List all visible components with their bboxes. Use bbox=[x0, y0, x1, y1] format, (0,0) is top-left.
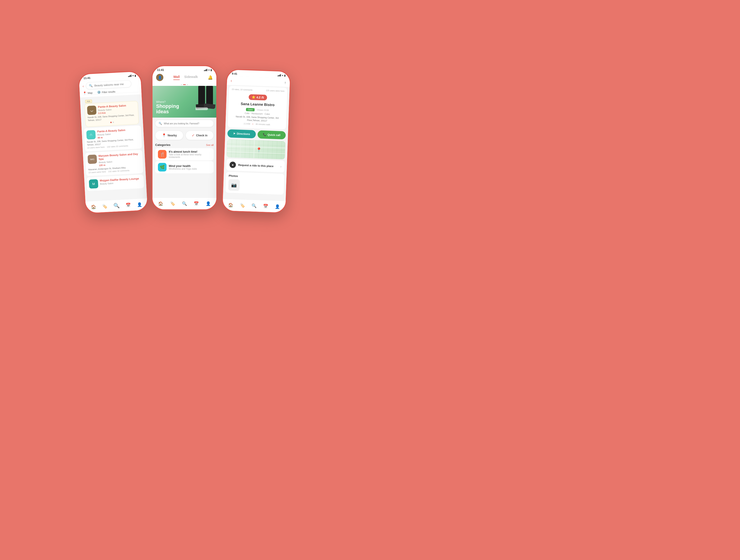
map-label: Map bbox=[88, 91, 93, 94]
category-item-1[interactable]: 🌿 Mind your health Mindfulness and Yoga … bbox=[155, 161, 214, 173]
rates-text: 23 rates, 10 comments bbox=[232, 88, 253, 91]
status-icons-center: ⌖ ▮ bbox=[204, 69, 212, 72]
status-icons-left: ⌖ ▮ bbox=[128, 74, 136, 78]
photos-section: Photos 📷 bbox=[225, 172, 284, 195]
checkin-label: Check in bbox=[196, 134, 207, 137]
bottom-nav-right: 🏠 🏷️ 🔍 📅 👤 bbox=[223, 199, 286, 208]
ad-result-card[interactable]: پ Pante-A Beauty Salon Beauty Salon 2.3 … bbox=[84, 101, 139, 127]
svg-line-2 bbox=[240, 140, 241, 158]
wall-search-box[interactable]: 🔍 bbox=[155, 120, 214, 127]
directions-button[interactable]: ➤ Directions bbox=[227, 129, 256, 138]
user-avatar[interactable]: 👤 bbox=[156, 74, 163, 81]
call-label: Quick call bbox=[267, 133, 280, 137]
checkin-button[interactable]: ✓ Check in bbox=[186, 131, 214, 140]
map-button[interactable]: 📍 Map bbox=[83, 91, 93, 95]
cat-sub-0: Take a look at these best nearby restaur… bbox=[169, 153, 211, 158]
closes-text: Closes 23:00 bbox=[257, 109, 269, 111]
nav-home-left[interactable]: 🏠 bbox=[91, 204, 96, 208]
tab-wall[interactable]: Wall bbox=[173, 75, 180, 80]
phone-left: 11:41 ⌖ ▮ ‹ 🔍 bbox=[78, 71, 149, 214]
share-button[interactable]: ↑ bbox=[284, 81, 286, 85]
phones-container: 11:41 ⌖ ▮ ‹ 🔍 bbox=[0, 0, 370, 280]
map-pin: 📍 bbox=[256, 147, 262, 153]
nav-calendar-left[interactable]: 📅 bbox=[125, 202, 131, 208]
cat-text-0: It's almost lunch time! Take a look at t… bbox=[169, 150, 211, 158]
categories-header: Categories See all bbox=[153, 142, 216, 148]
nav-calendar-center[interactable]: 📅 bbox=[194, 201, 199, 204]
see-all-button[interactable]: See all bbox=[206, 144, 214, 146]
ad-result-info: Pante-A Beauty Salon Beauty Salon 2.3 Km bbox=[98, 103, 136, 115]
wall-search-input[interactable] bbox=[164, 122, 210, 125]
rating-value: 4.2 bbox=[256, 96, 261, 99]
result-info-1: Pante-A Beauty Salon Beauty Salon 48 m bbox=[97, 128, 140, 139]
search-input-left[interactable] bbox=[94, 82, 128, 87]
call-button[interactable]: 📞 Quick call bbox=[257, 130, 286, 139]
notification-icon[interactable]: 🔔 bbox=[208, 75, 213, 80]
filter-icon: ⚙️ bbox=[97, 91, 101, 94]
search-screen: ‹ 🔍 📍 Map ⚙️ Filter results bbox=[79, 78, 147, 208]
nav-bookmark-right[interactable]: 🏷️ bbox=[240, 203, 245, 208]
filter-label: Filter results bbox=[102, 90, 115, 94]
category-item-0[interactable]: 🍴 It's almost lunch time! Take a look at… bbox=[155, 148, 214, 160]
signal-icon-center bbox=[204, 69, 207, 71]
nav-search-center[interactable]: 🔍 bbox=[182, 201, 187, 204]
ad-logo: پ bbox=[87, 106, 97, 115]
open-status-row: Open Closes 23:00 bbox=[231, 106, 284, 112]
battery-icon-right: ▮ bbox=[284, 74, 285, 77]
nav-home-center[interactable]: 🏠 bbox=[158, 201, 163, 204]
photo-placeholder: 📷 bbox=[228, 179, 240, 191]
wall-screen: 👤 Wall Sidewalk 🔔 bbox=[153, 73, 216, 204]
map-icon: 📍 bbox=[83, 91, 87, 95]
result-info-2: Maryam Beauty Salon and Day Spa Beauty S… bbox=[98, 152, 141, 167]
search-bar[interactable]: 🔍 bbox=[86, 80, 131, 89]
open-badge: Open bbox=[246, 108, 255, 111]
wall-tabs: Wall Sidewalk bbox=[173, 75, 198, 80]
result-card-2[interactable]: IMG Maryam Beauty Salon and Day Spa Beau… bbox=[85, 150, 144, 176]
time-right: 9:41 bbox=[232, 72, 238, 76]
result-card-3[interactable]: M Mojgan Dadfar Beauty Lounge Beauty Sal… bbox=[87, 175, 144, 191]
nearby-button[interactable]: 📍 Nearby bbox=[155, 131, 183, 140]
indicator-dot-1 bbox=[181, 84, 182, 85]
back-button-left[interactable]: ‹ bbox=[83, 84, 84, 88]
phone-center: 11:41 ⌖ ▮ 👤 Wall Sidewalk 🔔 bbox=[152, 65, 217, 210]
status-bar-center: 11:41 ⌖ ▮ bbox=[153, 66, 216, 73]
nav-calendar-right[interactable]: 📅 bbox=[263, 204, 268, 208]
result-logo-2: IMG bbox=[87, 155, 97, 164]
ride-request-label: Request a ride to this place bbox=[238, 163, 278, 168]
back-button-right[interactable]: ‹ bbox=[230, 78, 232, 83]
cat-icon-0: 🍴 bbox=[158, 150, 167, 159]
filter-button[interactable]: ⚙️ Filter results bbox=[97, 90, 115, 94]
star-icon: ⭐ bbox=[252, 95, 256, 99]
nav-profile-right[interactable]: 👤 bbox=[275, 204, 280, 208]
rating-max: /5 bbox=[261, 96, 264, 99]
nav-profile-left[interactable]: 👤 bbox=[137, 202, 142, 207]
nav-profile-center[interactable]: 👤 bbox=[206, 201, 211, 204]
map-preview[interactable]: 📍 bbox=[226, 139, 285, 160]
wall-indicator bbox=[153, 83, 216, 86]
hero-text: Where? Shoppingideas bbox=[156, 100, 179, 114]
cat-text-1: Mind your health Mindfulness and Yoga cl… bbox=[169, 165, 211, 170]
nav-bookmark-left[interactable]: 🏷️ bbox=[102, 204, 107, 208]
tab-sidewalk[interactable]: Sidewalk bbox=[184, 75, 198, 80]
hero-title: Shoppingideas bbox=[156, 103, 179, 114]
business-name: Sana Leanne Bistro bbox=[231, 101, 284, 107]
nav-home-right[interactable]: 🏠 bbox=[228, 202, 234, 207]
nav-search-left[interactable]: 🔍 bbox=[113, 202, 120, 208]
ride-brand-icon: ● bbox=[232, 163, 234, 167]
ride-request-row[interactable]: ● Request a ride to this place › bbox=[226, 159, 285, 172]
dot-1 bbox=[110, 122, 112, 123]
cat-name-1: Mind your health bbox=[169, 165, 211, 168]
photos-title: Photos bbox=[228, 174, 281, 179]
rating-card: 23 rates, 10 comments 125 users were her… bbox=[228, 86, 287, 129]
result-users-1: 13 users were here bbox=[87, 146, 104, 149]
time-center: 11:41 bbox=[157, 69, 164, 72]
nav-bookmark-center[interactable]: 🏷️ bbox=[170, 201, 175, 204]
status-icons-right: ⌖ ▮ bbox=[278, 74, 285, 77]
time-left: 11:41 bbox=[83, 76, 90, 80]
result-card-1[interactable]: ∩ Pante-A Beauty Salon Beauty Salon 48 m… bbox=[84, 125, 142, 152]
checkin-icon: ✓ bbox=[192, 133, 195, 137]
battery-icon-left: ▮ bbox=[134, 74, 136, 77]
cat-name-0: It's almost lunch time! bbox=[169, 150, 211, 153]
users-text: 125 users were here bbox=[266, 89, 284, 92]
nav-search-right[interactable]: 🔍 bbox=[252, 203, 257, 208]
